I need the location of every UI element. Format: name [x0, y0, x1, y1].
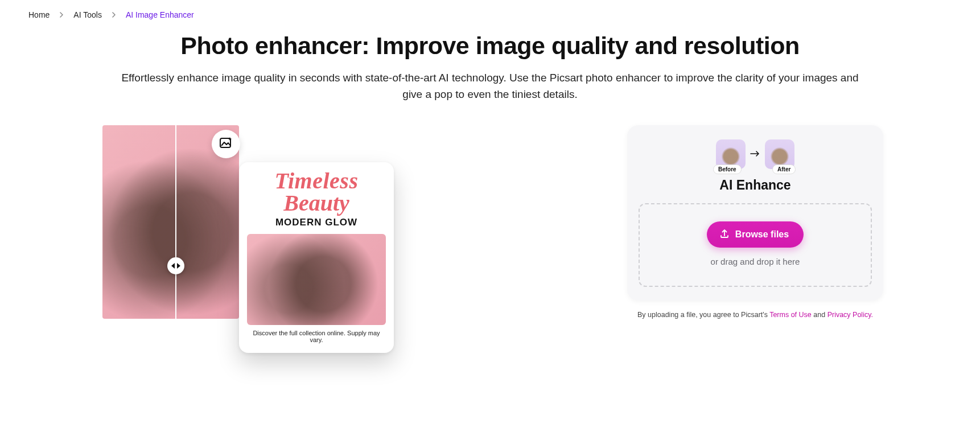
upload-icon	[719, 228, 730, 241]
compare-slider-handle[interactable]	[167, 257, 184, 274]
browse-files-label: Browse files	[735, 229, 789, 240]
browse-files-button[interactable]: Browse files	[707, 221, 804, 248]
legal-middle: and	[812, 311, 827, 319]
arrow-right-icon	[750, 149, 760, 159]
demo-card: Timeless Beauty MODERN GLOW Discover the…	[239, 162, 394, 353]
before-badge: Before	[713, 165, 742, 174]
page-subtitle: Effortlessly enhance image quality in se…	[120, 70, 860, 102]
breadcrumb-ai-tools[interactable]: AI Tools	[73, 10, 102, 19]
legal-text: By uploading a file, you agree to Picsar…	[627, 311, 883, 319]
enhance-icon-badge	[212, 130, 240, 158]
privacy-policy-link[interactable]: Privacy Policy.	[827, 311, 873, 319]
chevron-right-icon	[111, 12, 117, 18]
demo-card-title-line2: Beauty	[246, 192, 387, 215]
terms-of-use-link[interactable]: Terms of Use	[769, 311, 812, 319]
legal-prefix: By uploading a file, you agree to Picsar…	[637, 311, 769, 319]
before-after-preview: Before After	[639, 138, 872, 171]
upload-panel-title: AI Enhance	[639, 178, 872, 193]
dropzone[interactable]: Browse files or drag and drop it here	[639, 203, 872, 287]
demo-card-thumb	[247, 234, 386, 325]
chevron-right-icon	[59, 12, 64, 18]
image-sparkle-icon	[219, 135, 233, 153]
compare-divider	[175, 125, 176, 319]
page-title: Photo enhancer: Improve image quality an…	[120, 32, 860, 60]
breadcrumb-current: AI Image Enhancer	[126, 10, 194, 19]
after-badge: After	[772, 165, 796, 174]
demo-composite: Timeless Beauty MODERN GLOW Discover the…	[102, 125, 398, 359]
demo-card-caption: Discover the full collection online. Sup…	[246, 330, 387, 343]
breadcrumb-home[interactable]: Home	[28, 10, 50, 19]
upload-panel: Before After AI Enhance Browse files	[627, 125, 883, 301]
demo-card-subtitle: MODERN GLOW	[246, 217, 387, 228]
breadcrumb: Home AI Tools AI Image Enhancer	[28, 10, 952, 19]
drop-hint: or drag and drop it here	[645, 257, 865, 266]
demo-card-title-line1: Timeless	[246, 170, 387, 192]
